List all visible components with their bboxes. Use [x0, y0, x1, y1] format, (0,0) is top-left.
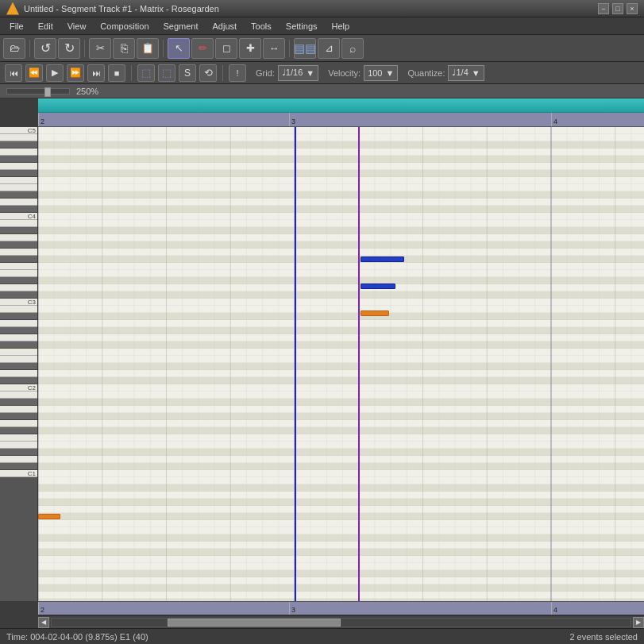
- minimize-button[interactable]: −: [598, 3, 609, 14]
- piano-key-A1[interactable]: [0, 406, 38, 413]
- piano-key-B3[interactable]: [0, 220, 38, 227]
- open-folder-button[interactable]: 🗁: [3, 38, 25, 59]
- piano-key-C1[interactable]: C1: [0, 470, 38, 477]
- scroll-left-button[interactable]: ◀: [38, 617, 49, 628]
- play-button[interactable]: ▶: [46, 64, 64, 82]
- piano-key-A4[interactable]: [0, 148, 38, 156]
- piano-key-As2[interactable]: [0, 313, 38, 320]
- piano-key-B2[interactable]: [0, 306, 38, 313]
- pointer-tool[interactable]: ↖: [168, 38, 190, 59]
- pencil-tool[interactable]: ✏: [191, 38, 214, 59]
- toolbar: 🗁 ↺ ↻ ✂ ⎘ 📋 ↖ ✏ ◻ ✚ ↔ ▤▤ ⊿ ⌕: [0, 35, 644, 62]
- search-tool[interactable]: ⌕: [341, 38, 364, 59]
- move-tool[interactable]: ✚: [239, 38, 261, 59]
- piano-key-Fs4[interactable]: [0, 170, 38, 177]
- quantize-select[interactable]: ♩1/4 ▼: [448, 65, 484, 81]
- scrollbar-thumb[interactable]: [168, 619, 341, 627]
- piano-key-B4[interactable]: [0, 134, 38, 141]
- close-button[interactable]: ×: [627, 3, 638, 14]
- maximize-button[interactable]: □: [612, 3, 623, 14]
- piano-key-As3[interactable]: [0, 227, 38, 234]
- scroll-right-button[interactable]: ▶: [633, 617, 644, 628]
- menu-item-tools[interactable]: Tools: [245, 20, 278, 33]
- rec-replace-button[interactable]: ⬚: [158, 64, 175, 82]
- piano-key-F3[interactable]: [0, 263, 38, 270]
- piano-key-G1[interactable]: [0, 420, 38, 427]
- piano-key-D3[interactable]: [0, 284, 38, 291]
- piano-key-Fs1[interactable]: [0, 427, 38, 434]
- note-block-4[interactable]: [38, 514, 60, 519]
- piano-key-As1[interactable]: [0, 399, 38, 406]
- grid-select[interactable]: ♩1/16 ▼: [278, 65, 318, 81]
- piano-key-Gs3[interactable]: [0, 241, 38, 249]
- menu-item-edit[interactable]: Edit: [32, 20, 60, 33]
- rewind-button[interactable]: ⏪: [25, 64, 43, 82]
- velocity-select[interactable]: 100 ▼: [364, 65, 398, 81]
- quantize-tool[interactable]: ▤▤: [294, 38, 316, 59]
- menu-item-help[interactable]: Help: [326, 20, 357, 33]
- piano-key-A2[interactable]: [0, 320, 38, 327]
- piano-key-Gs1[interactable]: [0, 413, 38, 420]
- piano-key-Fs2[interactable]: [0, 341, 38, 349]
- zoom-slider[interactable]: [6, 88, 70, 94]
- piano-key-C4[interactable]: C4: [0, 213, 38, 220]
- exclamation-button[interactable]: !: [229, 64, 246, 82]
- copy-button[interactable]: ⎘: [113, 38, 135, 59]
- resize-tool[interactable]: ↔: [263, 38, 285, 59]
- grid-value: ♩1/16: [282, 67, 303, 78]
- eraser-tool[interactable]: ◻: [215, 38, 237, 59]
- menu-item-view[interactable]: View: [61, 20, 93, 33]
- grid-param: Grid: ♩1/16 ▼: [256, 65, 318, 81]
- menu-item-composition[interactable]: Composition: [94, 20, 155, 33]
- piano-key-Gs4[interactable]: [0, 156, 38, 163]
- grid-area[interactable]: [38, 127, 644, 601]
- quantize-param: Quantize: ♩1/4 ▼: [407, 65, 484, 81]
- loop-button[interactable]: ⟲: [199, 64, 217, 82]
- piano-key-Ds3[interactable]: [0, 277, 38, 284]
- filter-tool[interactable]: ⊿: [318, 38, 340, 59]
- piano-key-E4[interactable]: [0, 184, 38, 191]
- forward-end-button[interactable]: ⏭: [87, 64, 105, 82]
- menu-item-segment[interactable]: Segment: [157, 20, 205, 33]
- piano-key-Fs3[interactable]: [0, 256, 38, 263]
- paste-button[interactable]: 📋: [137, 38, 159, 59]
- menu-item-adjust[interactable]: Adjust: [206, 20, 244, 33]
- menu-item-settings[interactable]: Settings: [280, 20, 324, 33]
- piano-key-Ds2[interactable]: [0, 363, 38, 370]
- fast-forward-button[interactable]: ⏩: [67, 64, 84, 82]
- piano-key-C5[interactable]: C5: [0, 127, 38, 134]
- piano-key-G2[interactable]: [0, 334, 38, 341]
- solo-button[interactable]: S: [179, 64, 196, 82]
- piano-key-C2[interactable]: C2: [0, 384, 38, 391]
- piano-key-Gs2[interactable]: [0, 327, 38, 334]
- piano-key-G4[interactable]: [0, 163, 38, 170]
- stop-button[interactable]: ■: [108, 64, 125, 82]
- piano-key-B1[interactable]: [0, 391, 38, 399]
- piano-key-F2[interactable]: [0, 349, 38, 356]
- cut-button[interactable]: ✂: [89, 38, 111, 59]
- piano-key-F4[interactable]: [0, 177, 38, 184]
- note-block-1[interactable]: [361, 256, 404, 262]
- piano-key-C3[interactable]: C3: [0, 299, 38, 306]
- piano-key-D1[interactable]: [0, 456, 38, 463]
- rec-insert-button[interactable]: ⬚: [137, 64, 155, 82]
- piano-key-Ds1[interactable]: [0, 449, 38, 456]
- piano-key-G3[interactable]: [0, 249, 38, 256]
- piano-key-E3[interactable]: [0, 270, 38, 277]
- piano-key-A3[interactable]: [0, 234, 38, 241]
- note-block-2[interactable]: [361, 283, 395, 289]
- window-controls: − □ ×: [598, 3, 638, 14]
- piano-key-D2[interactable]: [0, 370, 38, 377]
- piano-key-F1[interactable]: [0, 434, 38, 442]
- note-block-3[interactable]: [361, 310, 389, 316]
- redo-button[interactable]: ↻: [58, 38, 80, 59]
- bottom-ruler-tick-2: 2: [38, 602, 44, 615]
- rewind-start-button[interactable]: ⏮: [5, 64, 22, 82]
- menu-item-file[interactable]: File: [3, 20, 30, 33]
- piano-key-As4[interactable]: [0, 141, 38, 148]
- piano-key-E2[interactable]: [0, 356, 38, 363]
- piano-key-Ds4[interactable]: [0, 191, 38, 199]
- undo-button[interactable]: ↺: [34, 38, 56, 59]
- piano-key-D4[interactable]: [0, 199, 38, 206]
- piano-key-E1[interactable]: [0, 442, 38, 449]
